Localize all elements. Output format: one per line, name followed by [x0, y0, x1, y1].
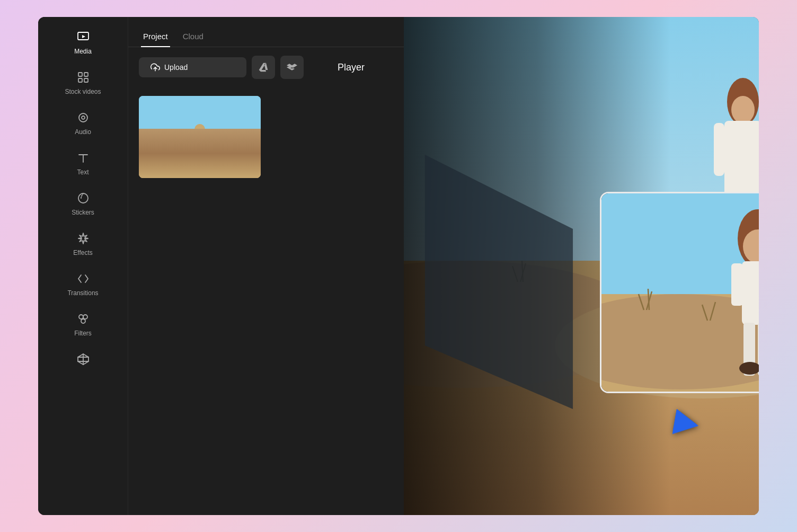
sidebar-item-label: Stock videos [65, 88, 101, 95]
sidebar-item-transitions[interactable]: Transitions [38, 264, 128, 304]
sidebar-item-label: Filters [74, 330, 92, 337]
media-grid [128, 87, 404, 187]
sidebar-item-effects[interactable]: Effects [38, 224, 128, 264]
zoom-box [600, 192, 759, 393]
svg-point-48 [601, 294, 759, 389]
upload-button[interactable]: Upload [139, 57, 246, 77]
toolbar: Upload Player [128, 47, 404, 87]
dropbox-button[interactable] [280, 56, 304, 79]
svg-point-11 [78, 193, 88, 203]
sidebar-item-3d[interactable] [38, 344, 128, 374]
effects-icon [76, 231, 91, 246]
svg-point-14 [81, 319, 85, 323]
sidebar-item-stickers[interactable]: Stickers [38, 183, 128, 224]
svg-rect-23 [200, 148, 203, 161]
app-window: Media Stock videos Audio Text Stickers [38, 17, 759, 515]
zoom-box-scene [601, 193, 759, 393]
media-thumbnail[interactable] [139, 96, 261, 178]
sidebar: Media Stock videos Audio Text Stickers [38, 17, 128, 515]
player-label-area: Player [309, 62, 393, 73]
upload-label: Upload [164, 63, 188, 72]
tab-cloud[interactable]: Cloud [181, 26, 206, 47]
tabs-bar: Project Cloud [128, 17, 404, 47]
svg-point-7 [82, 116, 85, 119]
transitions-icon [76, 271, 91, 286]
content-area: Project Cloud Upload [128, 17, 759, 515]
svg-point-19 [197, 146, 261, 173]
sidebar-item-label: Stickers [72, 209, 94, 216]
svg-point-13 [83, 315, 87, 319]
svg-rect-61 [742, 261, 759, 325]
svg-rect-17 [139, 141, 261, 178]
player-title: Player [338, 62, 365, 73]
sidebar-item-audio[interactable]: Audio [38, 103, 128, 143]
sidebar-item-text[interactable]: Text [38, 143, 128, 183]
media-panel: Project Cloud Upload [128, 17, 404, 515]
svg-point-6 [79, 113, 87, 122]
media-icon [76, 30, 91, 45]
svg-point-25 [209, 146, 217, 152]
stickers-icon [76, 191, 91, 206]
text-icon [76, 150, 91, 165]
upload-icon [150, 63, 160, 72]
sidebar-item-stock-videos[interactable]: Stock videos [38, 63, 128, 103]
svg-rect-4 [78, 78, 82, 82]
sidebar-item-label: Transitions [67, 289, 98, 297]
audio-icon [76, 110, 91, 125]
google-drive-icon [258, 62, 269, 73]
sidebar-item-label: Text [77, 169, 88, 176]
sidebar-item-label: Media [74, 48, 92, 55]
svg-marker-1 [82, 35, 85, 38]
thumbnail-svg [139, 96, 261, 178]
svg-point-12 [79, 315, 83, 319]
sidebar-item-label: Audio [75, 128, 91, 136]
svg-rect-62 [731, 263, 743, 306]
svg-rect-5 [84, 78, 88, 82]
filters-icon [76, 312, 91, 326]
dropbox-icon [287, 62, 297, 73]
svg-rect-3 [84, 73, 88, 76]
svg-point-24 [199, 148, 215, 156]
sidebar-item-label: Effects [73, 249, 92, 256]
3d-icon [76, 352, 91, 367]
sidebar-item-filters[interactable]: Filters [38, 304, 128, 344]
svg-point-18 [139, 138, 208, 170]
svg-marker-45 [425, 155, 573, 409]
stock-videos-icon [76, 70, 91, 85]
svg-rect-22 [196, 148, 199, 161]
svg-point-21 [194, 124, 205, 135]
sidebar-item-media[interactable]: Media [38, 22, 128, 63]
svg-rect-2 [78, 73, 82, 76]
video-thumbnail-image [139, 96, 261, 178]
svg-rect-20 [196, 133, 203, 149]
google-drive-button[interactable] [252, 56, 275, 79]
player-area [404, 17, 759, 515]
svg-rect-16 [139, 96, 261, 144]
tab-project[interactable]: Project [141, 26, 170, 47]
